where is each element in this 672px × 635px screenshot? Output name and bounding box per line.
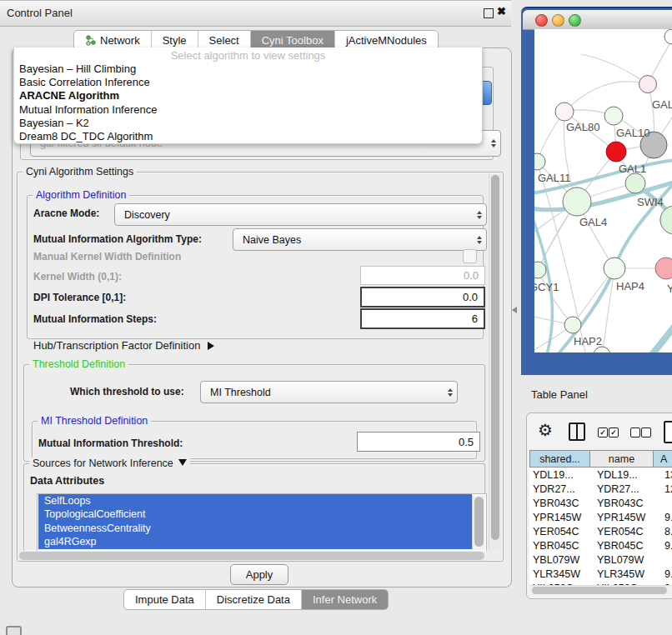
network-node-gal10[interactable] [604, 107, 623, 125]
table-row[interactable]: YBR045CYBR045C9. [529, 539, 672, 553]
deselect-all-checkbox-icon[interactable] [630, 428, 640, 438]
network-window-titlebar [523, 10, 672, 30]
network-icon [85, 35, 96, 46]
table-row[interactable]: YER054CYER054C8. [529, 525, 672, 539]
mi-type-label: Mutual Information Algorithm Type: [33, 233, 202, 245]
float-panel-icon[interactable] [484, 8, 494, 18]
table-row[interactable]: YDL19...YDL19...13 [529, 468, 672, 482]
select-all-checkbox-icon[interactable]: ✓ [598, 428, 608, 438]
table-row[interactable]: YLR345WYLR345W9. [529, 568, 672, 582]
close-window-icon[interactable] [535, 14, 548, 27]
network-node-bottom-partial[interactable] [594, 347, 610, 352]
dock-panel-icon[interactable] [6, 626, 22, 635]
tab-label: Style [163, 34, 187, 47]
network-graph: GALGAL80GAL10GAL1GAL11SWI4GAL4GCY1HAP4YH… [534, 29, 672, 352]
network-node-y-node[interactable] [655, 258, 672, 279]
network-canvas[interactable]: GALGAL80GAL10GAL1GAL11SWI4GAL4GCY1HAP4YH… [534, 29, 672, 352]
zoom-window-icon[interactable] [569, 14, 581, 27]
tab-discretize-data[interactable]: Discretize Data [205, 590, 301, 609]
algorithm-option[interactable]: Mutual Information Inference [14, 103, 482, 117]
network-node-gal80[interactable] [555, 102, 574, 121]
sources-title: Sources for Network Inference [33, 458, 173, 469]
list-scrollbar[interactable] [472, 495, 485, 550]
algorithm-option[interactable]: Bayesian – K2 [14, 117, 482, 130]
select-all-checkbox-icon[interactable]: ✓ [609, 428, 619, 438]
settings-horizontal-scrollbar[interactable] [18, 551, 487, 561]
algorithm-option[interactable]: Bayesian – Hill Climbing [14, 62, 482, 76]
network-edge [581, 54, 648, 84]
tab-infer-network[interactable]: Infer Network [301, 590, 388, 609]
collapse-down-icon [178, 459, 187, 466]
mi-steps-value: 6 [472, 312, 478, 325]
minimize-window-icon[interactable] [552, 14, 564, 27]
table-cell: 9. [659, 568, 672, 582]
mi-steps-field[interactable]: 6 [360, 308, 485, 329]
attribute-item[interactable]: gal4RGexp [38, 535, 472, 548]
scrollbar-thumb[interactable] [474, 497, 484, 547]
algorithm-option[interactable]: Basic Correlation Inference [14, 76, 482, 89]
network-node-swi4[interactable] [625, 173, 645, 193]
column-header-partial[interactable]: A [653, 450, 672, 468]
panel-divider-arrow[interactable] [512, 307, 517, 313]
network-node-hap2[interactable] [564, 317, 581, 333]
which-threshold-label: Which threshold to use: [70, 386, 184, 398]
table-cell: 9. [659, 511, 672, 525]
mi-threshold-field[interactable]: 0.5 [357, 432, 480, 452]
column-header-shared-name[interactable]: shared... [529, 450, 590, 468]
table-row[interactable]: YBR043CYBR043C [529, 497, 672, 511]
table-cell: YLR345W [594, 568, 659, 582]
tab-impute-data[interactable]: Impute Data [124, 590, 205, 609]
mi-type-combobox[interactable]: Naive Bayes [233, 228, 487, 251]
kernel-width-label: Kernel Width (0,1): [33, 271, 122, 282]
table-row[interactable]: YBL079WYBL079W [529, 553, 672, 568]
close-panel-icon[interactable]: ✖ [497, 5, 506, 18]
manual-kernel-label: Manual Kernel Width Definition [33, 251, 181, 262]
network-node-gal7[interactable] [639, 76, 657, 93]
group-title: Algorithm Definition [33, 189, 129, 201]
column-header-name[interactable]: name [589, 450, 654, 468]
aracne-mode-combobox[interactable]: Discovery [114, 203, 487, 226]
attribute-item[interactable]: BetweennessCentrality [38, 522, 472, 535]
network-node-top-partial[interactable] [664, 29, 672, 44]
attr-items: SelfLoopsTopologicalCoefficientBetweenne… [38, 494, 486, 549]
manual-kernel-checkbox[interactable] [463, 249, 477, 263]
attribute-item[interactable]: SelfLoops [38, 494, 472, 508]
scrollbar-thumb[interactable] [532, 587, 667, 594]
aracne-mode-label: Aracne Mode: [33, 208, 99, 219]
table-cell: YER054C [529, 525, 594, 539]
document-icon[interactable] [664, 421, 672, 443]
table-rows: YDL19...YDL19...13YDR27...YDR27...12YBR0… [529, 468, 672, 585]
apply-button[interactable]: Apply [230, 564, 288, 585]
sources-expander[interactable]: Sources for Network Inference [29, 458, 190, 469]
scrollbar-thumb[interactable] [19, 552, 484, 560]
algorithm-option[interactable]: Dream8 DC_TDC Algorithm [14, 130, 482, 143]
split-view-icon[interactable] [569, 422, 585, 441]
network-node-gal1[interactable] [606, 142, 626, 162]
network-node-gal4[interactable] [563, 188, 591, 216]
apply-label: Apply [246, 568, 273, 581]
network-node-label: HAP4 [616, 280, 644, 292]
control-panel-titlebar: Control Panel ✖ [0, 0, 511, 27]
kernel-width-field[interactable]: 0.0 [360, 266, 485, 285]
network-node-hap4[interactable] [604, 258, 625, 279]
which-threshold-combobox[interactable]: MI Threshold [200, 381, 458, 403]
panel-title: Control Panel [7, 7, 73, 19]
tab-label: Select [209, 34, 239, 47]
network-node-gcy1[interactable] [534, 262, 546, 278]
network-node-right-green[interactable] [660, 206, 672, 234]
dpi-tolerance-value: 0.0 [463, 291, 478, 303]
table-horizontal-scrollbar[interactable] [530, 585, 671, 595]
attribute-item[interactable]: TopologicalCoefficient [38, 508, 472, 521]
hub-definition-expander[interactable]: Hub/Transcription Factor Definition [33, 339, 214, 352]
group-title: Cyni Algorithm Settings [23, 166, 137, 178]
mi-type-value: Naive Bayes [243, 234, 301, 246]
table-row[interactable]: YDR27...YDR27...12 [529, 482, 672, 497]
table-row[interactable]: YPR145WYPR145W9. [529, 511, 672, 525]
network-node-gal11[interactable] [534, 153, 545, 170]
settings-vertical-scrollbar[interactable] [489, 173, 501, 550]
dpi-tolerance-field[interactable]: 0.0 [360, 287, 485, 308]
gear-icon[interactable]: ⚙ [538, 420, 553, 440]
algorithm-option[interactable]: ARACNE Algorithm [14, 89, 482, 102]
deselect-all-checkbox-icon[interactable] [641, 428, 651, 438]
scrollbar-thumb[interactable] [491, 175, 499, 540]
